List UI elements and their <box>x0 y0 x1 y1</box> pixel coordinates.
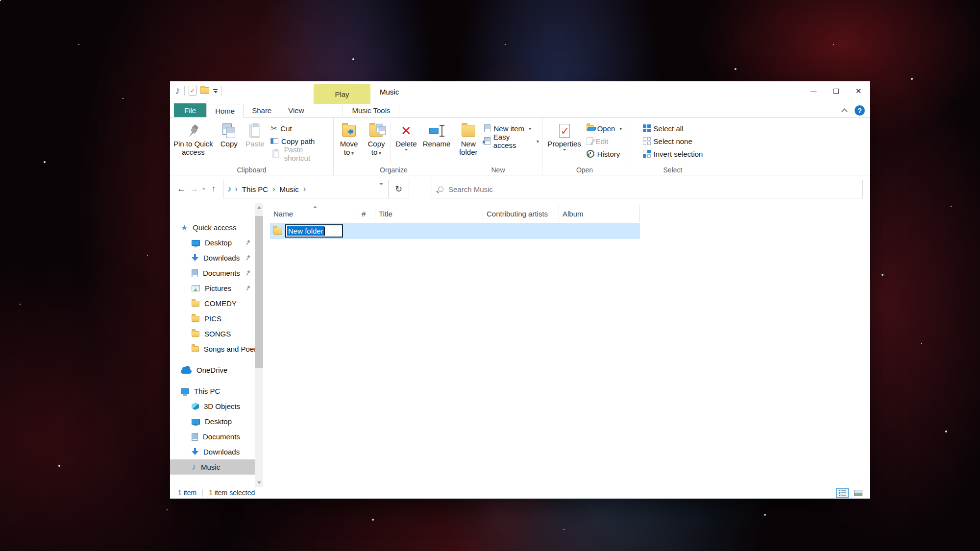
collapse-ribbon-icon[interactable] <box>841 108 848 115</box>
sidebar-item-downloads-pc[interactable]: Downloads <box>170 444 255 459</box>
column-label: Title <box>379 210 392 218</box>
sidebar-item-documents[interactable]: Documents <box>170 265 255 281</box>
sidebar-item-songs[interactable]: SONGS <box>170 326 255 341</box>
copy-path-button[interactable]: Copy path <box>269 136 332 146</box>
status-bar: 1 item 1 item selected <box>170 487 870 499</box>
sidebar-item-documents-pc[interactable]: Documents <box>170 429 255 444</box>
tab-view[interactable]: View <box>280 103 312 117</box>
paste-shortcut-button[interactable]: Paste shortcut <box>269 148 332 159</box>
move-to-icon <box>342 122 356 140</box>
copy-button[interactable]: Copy <box>217 120 242 162</box>
button-label: Rename <box>423 140 451 148</box>
select-none-button[interactable]: Select none <box>641 136 705 146</box>
sidebar-item-desktop[interactable]: Desktop <box>170 235 255 250</box>
button-label: Easy access <box>493 133 532 149</box>
sidebar-item-label: Desktop <box>205 417 232 426</box>
delete-button[interactable]: Delete <box>392 120 420 162</box>
address-bar[interactable]: This PC Music <box>223 180 409 198</box>
search-box[interactable]: Search Music <box>432 180 863 198</box>
selected-file-row[interactable]: New folder <box>270 223 640 239</box>
navigation-bar: This PC Music Search Music <box>170 175 870 203</box>
forward-button[interactable] <box>188 183 200 195</box>
sidebar-item-pictures[interactable]: Pictures <box>170 281 255 296</box>
maximize-button[interactable] <box>825 81 847 101</box>
move-to-button[interactable]: Move to <box>336 120 362 162</box>
sidebar-scrollbar[interactable] <box>255 203 263 487</box>
column-header-title[interactable]: Title <box>375 205 483 222</box>
rename-button[interactable]: Rename <box>421 120 452 162</box>
refresh-button[interactable] <box>388 180 409 198</box>
3d-objects-icon <box>192 403 199 410</box>
pin-to-quick-access-button[interactable]: Pin to Quick access <box>171 120 216 162</box>
main-area: Quick access Desktop Downloads Documents… <box>170 203 870 487</box>
sidebar-item-label: PICS <box>204 314 221 323</box>
ribbon-group-organize: Move to Copy to Delete Rename Organize <box>334 118 454 175</box>
up-button[interactable] <box>207 183 220 195</box>
history-button[interactable]: History <box>585 148 624 159</box>
column-header-number[interactable]: # <box>358 205 375 222</box>
column-header-contributing-artists[interactable]: Contributing artists <box>483 205 559 222</box>
sidebar-item-3d-objects[interactable]: 3D Objects <box>170 399 255 414</box>
qat-properties-icon[interactable] <box>189 86 196 96</box>
tab-share[interactable]: Share <box>244 103 280 117</box>
button-label: Properties <box>547 140 581 148</box>
explorer-window: Play Music File Home Share View Music To… <box>170 81 870 499</box>
quick-access-toolbar <box>175 85 222 96</box>
invert-selection-button[interactable]: Invert selection <box>641 148 705 159</box>
close-button[interactable] <box>847 81 870 101</box>
sidebar-item-desktop-pc[interactable]: Desktop <box>170 414 255 429</box>
new-folder-button[interactable]: New folder <box>455 120 481 162</box>
sidebar-item-music[interactable]: Music <box>170 459 255 475</box>
scroll-up-icon[interactable] <box>255 203 263 212</box>
button-label: Copy path <box>281 137 315 145</box>
edit-button[interactable]: Edit <box>585 136 624 146</box>
contextual-tab-play-header[interactable]: Play <box>314 84 370 104</box>
tab-file[interactable]: File <box>174 103 206 117</box>
address-dropdown-caret-icon[interactable] <box>379 185 388 193</box>
folder-icon <box>192 316 199 322</box>
help-icon[interactable] <box>855 105 865 116</box>
button-label: Delete <box>395 140 416 148</box>
copy-to-button[interactable]: Copy to <box>363 120 390 162</box>
sidebar-item-this-pc[interactable]: This PC <box>170 383 255 399</box>
qat-new-folder-icon[interactable] <box>200 87 209 94</box>
scroll-down-icon[interactable] <box>255 479 263 487</box>
tab-home[interactable]: Home <box>206 104 244 118</box>
paste-button[interactable]: Paste <box>243 120 268 162</box>
properties-button[interactable]: Properties <box>545 120 584 162</box>
sidebar-item-pics[interactable]: PICS <box>170 311 255 326</box>
tab-music-tools[interactable]: Music Tools <box>343 103 399 117</box>
minimize-button[interactable] <box>802 81 825 101</box>
column-header-name[interactable]: Name <box>270 205 358 222</box>
column-label: # <box>362 210 366 218</box>
new-item-button[interactable]: New item <box>482 123 541 134</box>
details-view-button[interactable] <box>836 488 849 498</box>
group-label-select: Select <box>627 166 718 174</box>
cut-button[interactable]: Cut <box>269 123 332 134</box>
thumbnail-view-button[interactable] <box>852 488 865 498</box>
select-all-button[interactable]: Select all <box>641 123 705 134</box>
sidebar-item-songs-and-poems[interactable]: Songs and Poem <box>170 341 255 357</box>
group-label-clipboard: Clipboard <box>170 166 333 174</box>
easy-access-button[interactable]: Easy access <box>482 136 541 146</box>
column-label: Contributing artists <box>487 210 548 218</box>
sidebar-item-comedy[interactable]: COMEDY <box>170 296 255 311</box>
breadcrumb-this-pc[interactable]: This PC <box>241 185 269 193</box>
ribbon-group-open: Properties Open Edit History Open <box>542 118 627 175</box>
sidebar-item-downloads[interactable]: Downloads <box>170 250 255 265</box>
recent-locations-caret-icon[interactable] <box>200 183 207 195</box>
breadcrumb-music[interactable]: Music <box>279 185 300 193</box>
ribbon-group-clipboard: Pin to Quick access Copy Paste Cut Copy … <box>170 118 334 175</box>
column-header-album[interactable]: Album <box>559 205 640 222</box>
qat-customize-dropdown-icon[interactable] <box>213 88 218 93</box>
sidebar-item-quick-access[interactable]: Quick access <box>170 220 255 235</box>
sidebar-item-onedrive[interactable]: OneDrive <box>170 362 255 378</box>
ribbon: Pin to Quick access Copy Paste Cut Copy … <box>170 118 870 175</box>
back-button[interactable] <box>175 183 188 195</box>
rename-input[interactable]: New folder <box>285 224 343 238</box>
group-label-organize: Organize <box>334 166 454 174</box>
sidebar-item-label: SONGS <box>204 330 231 338</box>
stars-decoration <box>0 0 1 1</box>
scrollbar-thumb[interactable] <box>255 216 263 368</box>
open-button[interactable]: Open <box>585 123 624 134</box>
